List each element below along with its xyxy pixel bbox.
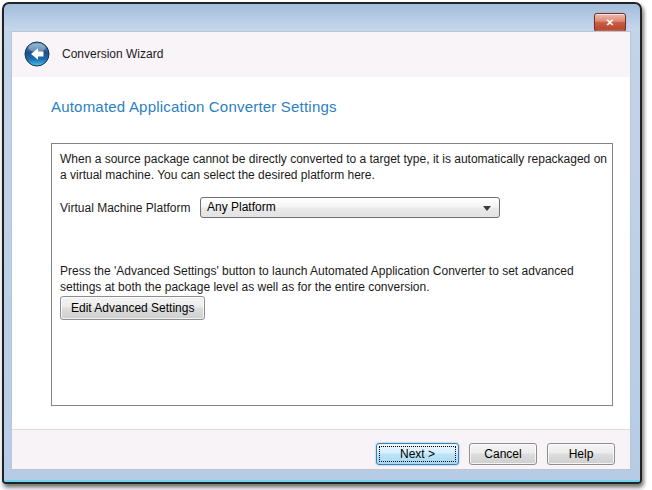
- titlebar[interactable]: ✕: [4, 4, 640, 31]
- client-area: Conversion Wizard Automated Application …: [11, 31, 631, 470]
- vm-platform-select[interactable]: Any Platform: [200, 197, 500, 218]
- vm-platform-selected-value: Any Platform: [207, 198, 276, 217]
- next-button[interactable]: Next >: [376, 443, 459, 465]
- footer-buttons: Next > Cancel Help: [376, 443, 615, 465]
- close-icon: ✕: [606, 17, 614, 28]
- cancel-button[interactable]: Cancel: [469, 443, 537, 465]
- back-icon: [24, 55, 50, 70]
- platform-description: When a source package cannot be directly…: [60, 151, 608, 183]
- page-heading: Automated Application Converter Settings: [51, 98, 337, 115]
- wizard-header: Conversion Wizard: [12, 32, 630, 77]
- wizard-window: ✕: [2, 2, 642, 484]
- close-button[interactable]: ✕: [594, 13, 626, 32]
- chevron-down-icon: [483, 206, 491, 211]
- wizard-title: Conversion Wizard: [62, 32, 163, 77]
- frame-bottom-accent: [4, 480, 640, 482]
- advanced-description: Press the 'Advanced Settings' button to …: [60, 263, 608, 295]
- vm-platform-label: Virtual Machine Platform: [60, 201, 191, 215]
- settings-groupbox: When a source package cannot be directly…: [51, 143, 613, 406]
- back-button[interactable]: [24, 41, 50, 67]
- wizard-footer: Next > Cancel Help: [12, 429, 630, 469]
- edit-advanced-settings-button[interactable]: Edit Advanced Settings: [60, 296, 205, 320]
- wizard-body: Automated Application Converter Settings…: [12, 77, 630, 429]
- help-button[interactable]: Help: [547, 443, 615, 465]
